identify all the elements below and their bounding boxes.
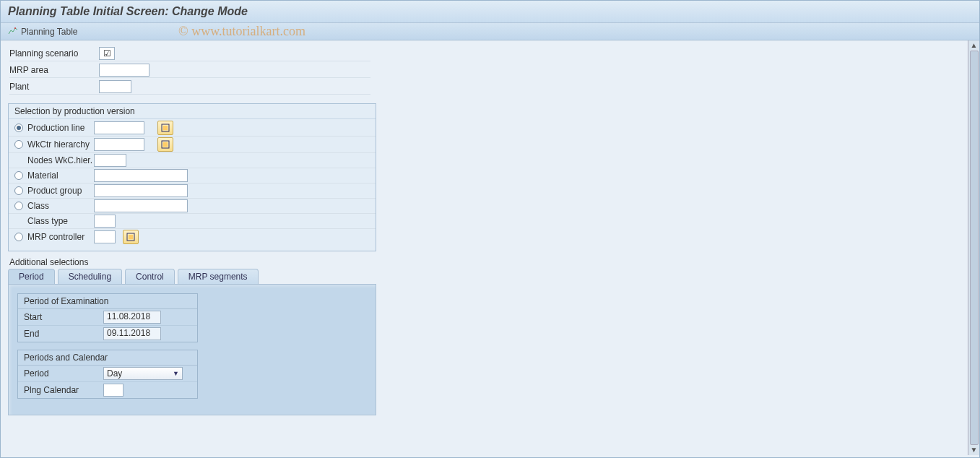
nodes-wkc-label: Nodes WkC.hier. — [14, 155, 94, 165]
class-radio[interactable] — [14, 202, 23, 210]
production-line-radio[interactable] — [14, 124, 23, 132]
period-select[interactable]: Day ▼ — [103, 367, 183, 380]
svg-rect-6 — [129, 235, 133, 239]
planning-scenario-checkbox[interactable]: ☑ — [99, 47, 115, 60]
additional-selections-tabs: Period Scheduling Control MRP segments P… — [8, 269, 376, 415]
wkctr-hierarchy-text: WkCtr hierarchy — [27, 139, 90, 150]
wkctr-hierarchy-radio-label[interactable]: WkCtr hierarchy — [14, 139, 94, 150]
start-value[interactable]: 11.08.2018 — [103, 311, 161, 324]
tab-scheduling[interactable]: Scheduling — [58, 269, 122, 284]
class-input[interactable] — [94, 199, 188, 212]
planning-table-icon — [8, 26, 18, 37]
start-label: Start — [24, 312, 103, 322]
material-radio[interactable] — [14, 171, 23, 180]
product-group-input[interactable] — [94, 184, 188, 197]
mrp-area-label: MRP area — [9, 65, 99, 75]
plng-calendar-input[interactable] — [103, 384, 123, 397]
top-fields: Planning scenario ☑ MRP area Plant — [1, 40, 968, 99]
wkctr-hierarchy-radio[interactable] — [14, 140, 23, 149]
mrp-controller-input[interactable] — [94, 230, 116, 243]
additional-selections-label: Additional selections — [9, 257, 959, 267]
production-line-input[interactable] — [94, 121, 144, 134]
svg-rect-2 — [163, 126, 168, 130]
tab-control[interactable]: Control — [125, 269, 175, 284]
class-radio-label[interactable]: Class — [14, 201, 94, 211]
plant-label: Plant — [9, 82, 99, 92]
toolbar: Planning Table — [1, 23, 979, 40]
vertical-scrollbar[interactable]: ▲ ▼ — [968, 40, 979, 455]
production-line-detail-button[interactable] — [157, 121, 173, 135]
scroll-thumb[interactable] — [970, 51, 979, 445]
planning-scenario-label: Planning scenario — [9, 48, 99, 59]
planning-table-button[interactable]: Planning Table — [21, 27, 78, 37]
product-group-text: Product group — [27, 186, 82, 196]
period-of-examination-box: Period of Examination Start 11.08.2018 E… — [17, 293, 198, 342]
class-text: Class — [27, 201, 49, 211]
mrp-controller-detail-button[interactable] — [123, 230, 139, 244]
wkctr-hierarchy-detail-button[interactable] — [157, 137, 173, 152]
end-label: End — [24, 329, 103, 339]
class-type-label: Class type — [14, 216, 94, 226]
page-title: Planning Table Initial Screen: Change Mo… — [1, 1, 979, 23]
scroll-down-icon[interactable]: ▼ — [971, 446, 978, 454]
mrp-area-input[interactable] — [99, 64, 149, 77]
mrp-controller-radio-label[interactable]: MRP controller — [14, 232, 94, 242]
selection-prod-version-title: Selection by production version — [9, 104, 376, 119]
selection-prod-version-box: Selection by production version Producti… — [8, 103, 376, 251]
chevron-down-icon: ▼ — [173, 370, 179, 377]
plant-input[interactable] — [99, 80, 131, 93]
period-of-examination-title: Period of Examination — [18, 294, 197, 309]
end-value[interactable]: 09.11.2018 — [103, 327, 161, 340]
tab-body-period: Period of Examination Start 11.08.2018 E… — [8, 284, 376, 415]
tab-period[interactable]: Period — [8, 269, 55, 284]
periods-calendar-box: Periods and Calendar Period Day ▼ Plng C… — [17, 350, 198, 399]
product-group-radio[interactable] — [14, 186, 23, 195]
nodes-wkc-input[interactable] — [94, 154, 126, 167]
svg-rect-4 — [163, 142, 168, 147]
periods-calendar-title: Periods and Calendar — [18, 350, 197, 366]
product-group-radio-label[interactable]: Product group — [14, 186, 94, 196]
mrp-controller-text: MRP controller — [27, 232, 84, 242]
mrp-controller-radio[interactable] — [14, 233, 23, 241]
production-line-radio-label[interactable]: Production line — [14, 123, 94, 133]
production-line-text: Production line — [27, 123, 84, 133]
material-radio-label[interactable]: Material — [14, 170, 94, 181]
svg-point-0 — [14, 27, 16, 29]
plng-calendar-label: Plng Calendar — [24, 385, 103, 395]
period-select-value: Day — [107, 368, 122, 379]
tab-mrp-segments[interactable]: MRP segments — [178, 269, 259, 284]
class-type-input[interactable] — [94, 215, 116, 228]
scroll-up-icon[interactable]: ▲ — [971, 42, 978, 49]
material-text: Material — [27, 170, 58, 181]
material-input[interactable] — [94, 169, 188, 182]
wkctr-hierarchy-input[interactable] — [94, 138, 144, 151]
period-label: Period — [24, 368, 103, 379]
